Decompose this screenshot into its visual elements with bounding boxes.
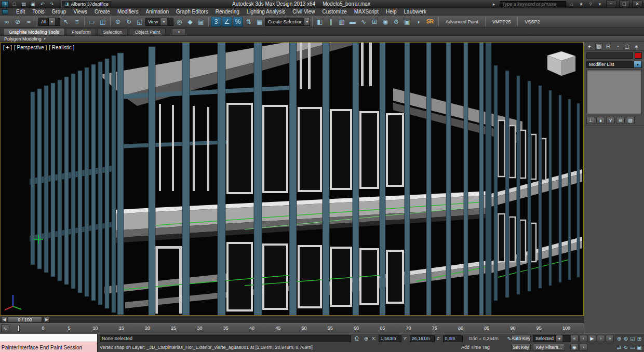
named-selection-set-dropdown[interactable]: Create Selection Se ▼ [265,18,310,26]
field-of-view-icon[interactable]: ▭ [629,344,636,351]
favorites-icon[interactable]: ★ [578,1,585,7]
vssp2-button[interactable]: VSSP2 [520,17,544,27]
render-setup-icon[interactable]: ⚙ [391,17,401,27]
modifier-stack[interactable] [586,70,642,114]
menu-item[interactable]: Civil View [289,9,318,15]
perspective-viewport[interactable]: [ + ] [ Perspective ] [ Realistic ] [0,42,584,316]
app-menu-icon[interactable] [2,9,8,15]
redo-icon[interactable]: ↷ [48,1,56,7]
mini-curve-editor-icon[interactable]: ∿ [1,324,9,332]
key-filters-button[interactable]: Key Filters... [533,344,565,351]
reference-coordinate-dropdown[interactable]: View ▼ [145,18,173,26]
previous-frame-icon[interactable]: ‹ [579,335,587,342]
menu-item[interactable]: MAXScript [351,9,382,15]
object-name-field[interactable] [586,52,633,59]
next-frame-arrow-icon[interactable]: ▶ [44,317,50,323]
window-crossing-icon[interactable]: ◫ [98,17,108,27]
time-slider-bar[interactable]: ◀ 0 / 100 ▶ [0,316,584,323]
close-button[interactable]: × [632,1,642,7]
track-bar-ruler[interactable]: ∿ 05101520253035404550556065707580859095… [0,323,584,333]
add-time-tag[interactable]: Add Time Tag [461,345,490,350]
rendered-frame-window-icon[interactable]: ▣ [402,17,412,27]
modifier-list-dropdown[interactable]: Modifier List ▼ [586,61,642,68]
menu-item[interactable]: Create [91,9,114,15]
key-mode-toggle-icon[interactable]: ◉ [570,344,579,351]
maximize-button[interactable]: □ [619,1,629,7]
make-unique-icon[interactable]: Y [606,117,615,124]
app-logo-icon[interactable]: 3 [2,1,9,7]
select-and-rotate-icon[interactable]: ↻ [124,17,134,27]
play-animation-icon[interactable]: ▶ [588,335,596,342]
absolute-offset-mode-icon[interactable]: ⊕ [363,335,370,342]
menu-item[interactable]: Graph Editors [172,9,212,15]
selection-filter-dropdown[interactable]: All ▼ [38,18,60,26]
pin-stack-icon[interactable]: ⊥ [586,117,595,124]
select-and-link-icon[interactable]: ∞ [2,17,12,27]
previous-frame-arrow-icon[interactable]: ◀ [1,317,7,323]
listener-pane[interactable]: PainterInterface End Paint Session [0,342,97,352]
zoom-icon[interactable]: ⊕ [616,335,622,342]
sr-toolbar-button[interactable]: SR [424,19,436,24]
menu-item[interactable]: Lighting Analysis [243,9,289,15]
ribbon-toggle-icon[interactable]: ▬ [347,17,358,27]
zoom-all-icon[interactable]: ⊛ [623,335,629,342]
next-frame-icon[interactable]: › [597,335,605,342]
menu-item[interactable]: Laubwerk [400,9,430,15]
time-slider-handle[interactable]: 0 / 100 [8,317,42,323]
communication-center-icon[interactable]: ⌂ [568,1,575,7]
advanced-paint-button[interactable]: Advanced Paint [441,17,483,27]
ribbon-overflow-button[interactable]: ▾ [172,29,185,35]
auto-key-button[interactable]: Auto Key [511,335,531,342]
schematic-view-icon[interactable]: ⊞ [369,17,380,27]
ribbon-tab[interactable]: Selection [97,28,128,35]
hierarchy-tab-icon[interactable]: ⊟ [605,43,612,50]
menu-item[interactable]: Modifiers [114,9,142,15]
select-and-manipulate-icon[interactable]: ◆ [185,17,195,27]
use-pivot-center-icon[interactable]: ◎ [174,17,184,27]
zoom-extents-all-icon[interactable]: ⊞ [636,335,642,342]
key-selection-dropdown[interactable]: Selected ▼ [533,335,570,342]
menu-item[interactable]: Edit [12,9,29,15]
polygon-modeling-panel-label[interactable]: Polygon Modeling [4,36,42,42]
select-by-name-icon[interactable]: ≡ [72,17,82,27]
menu-item[interactable]: Animation [142,9,172,15]
search-expand-icon[interactable]: ▸ [490,1,498,7]
new-scene-icon[interactable]: □ [10,1,18,7]
snaps-toggle-3d-icon[interactable]: 3 [211,17,221,27]
pan-view-icon[interactable]: ⇄ [616,344,622,351]
edit-named-selection-sets-icon[interactable]: ▦ [254,17,265,27]
x-coordinate-field[interactable]: 1,563m [379,335,401,342]
z-coordinate-field[interactable]: 0,0m [443,335,463,342]
ribbon-tab[interactable]: Object Paint [129,28,166,35]
viewport-shading-menu[interactable]: [ Realistic ] [49,45,74,50]
select-and-move-icon[interactable]: ⊕ [113,17,123,27]
keyboard-shortcut-override-icon[interactable]: ▤ [196,17,206,27]
time-configuration-icon[interactable]: ◔ [579,344,587,351]
viewport-pov-menu[interactable]: [ Perspective ] [14,45,47,50]
rectangular-selection-region-icon[interactable]: ▭ [87,17,97,27]
go-to-end-icon[interactable]: » [606,335,614,342]
undo-icon[interactable]: ↶ [38,1,46,7]
show-end-result-icon[interactable]: ∎ [596,117,605,124]
utilities-tab-icon[interactable]: ∗ [633,43,640,50]
menu-item[interactable]: Rendering [212,9,243,15]
maximize-viewport-icon[interactable]: ▣ [636,344,642,351]
render-production-icon[interactable]: ◑ [413,17,423,27]
ribbon-tab[interactable]: Graphite Modeling Tools [3,28,65,35]
object-color-swatch[interactable] [635,52,642,59]
viewport-general-menu[interactable]: [ + ] [3,45,12,50]
macro-recorder-pane[interactable] [0,334,97,342]
workspace-selector[interactable]: ◨ Alberto 37daoffice [61,1,112,7]
curve-editor-icon[interactable]: ∿ [358,17,369,27]
help-icon[interactable]: ? [587,1,594,7]
display-tab-icon[interactable]: ▢ [623,43,630,50]
open-file-icon[interactable]: ▤ [20,1,28,7]
menu-item[interactable]: Customize [318,9,350,15]
selection-lock-icon[interactable]: Ω [353,335,360,342]
create-tab-icon[interactable]: + [586,43,593,50]
vmpp25-button[interactable]: VMPP25 [488,17,516,27]
spinner-snap-toggle-icon[interactable]: ⇅ [244,17,254,27]
go-to-start-icon[interactable]: « [570,335,579,342]
search-input[interactable] [500,1,566,7]
mirror-icon[interactable]: ◧ [315,17,325,27]
